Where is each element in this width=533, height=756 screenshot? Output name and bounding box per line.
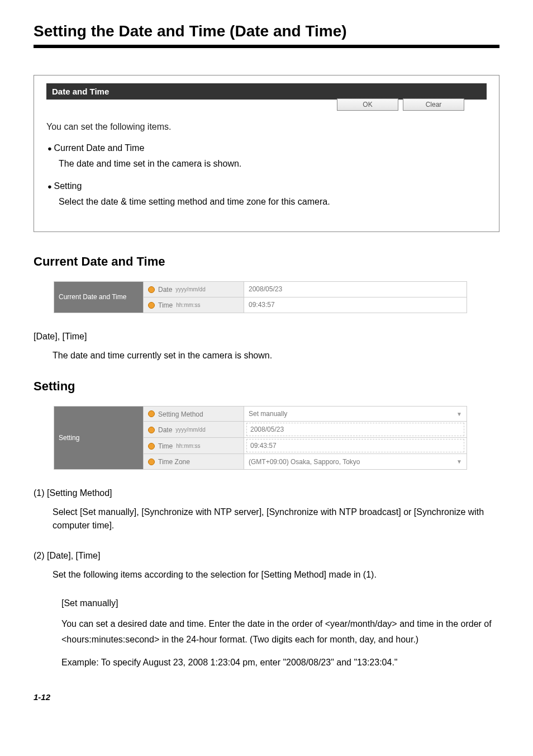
field-label-text: Time bbox=[158, 442, 173, 450]
field-label-text: Time bbox=[158, 301, 173, 309]
item-number: (1) bbox=[34, 488, 45, 498]
sub-title: [Set manually] bbox=[61, 598, 499, 608]
chevron-down-icon: ▼ bbox=[456, 459, 462, 465]
current-datetime-table: Current Date and Time Dateyyyy/mm/dd 200… bbox=[54, 281, 467, 313]
list-item: Current Date and Time The date and time … bbox=[47, 143, 487, 169]
field-label: Setting Method bbox=[144, 406, 244, 422]
field-label-text: Setting Method bbox=[158, 410, 203, 418]
box-button-row: OK Clear bbox=[46, 98, 487, 111]
info-icon bbox=[148, 459, 155, 465]
info-icon bbox=[148, 286, 155, 293]
info-icon bbox=[148, 302, 155, 309]
datetime-label: [Date], [Time] bbox=[34, 332, 87, 341]
input-value: 2008/05/23 bbox=[246, 423, 464, 436]
text: Set the following items according to the… bbox=[53, 570, 264, 579]
bullet-title: Setting bbox=[54, 181, 82, 191]
table-row: Setting Setting Method Set manually▼ bbox=[54, 406, 467, 422]
bullet-icon bbox=[47, 143, 54, 153]
field-hint: hh:mm:ss bbox=[176, 443, 200, 449]
info-icon bbox=[148, 410, 155, 417]
item-title: [Date], [Time] bbox=[47, 551, 100, 560]
text: ], [ bbox=[134, 507, 144, 517]
field-label: Time Zone bbox=[144, 454, 244, 470]
text-bold: Setting Method bbox=[264, 570, 324, 579]
section-heading-current: Current Date and Time bbox=[34, 254, 499, 269]
bullet-desc: Select the date & time setting method an… bbox=[47, 197, 487, 207]
sub-paragraph: Example: To specify August 23, 2008 1:23… bbox=[61, 655, 499, 670]
section-heading-setting: Setting bbox=[34, 379, 499, 394]
field-label-text: Date bbox=[158, 286, 172, 294]
text: ]. bbox=[109, 521, 114, 530]
item-1: (1) [Setting Method] Select [Set manuall… bbox=[34, 486, 499, 532]
set-manually-block: [Set manually] You can set a desired dat… bbox=[34, 598, 499, 670]
clear-button[interactable]: Clear bbox=[403, 98, 464, 111]
box-intro: You can set the following items. bbox=[46, 122, 487, 132]
text: Select [ bbox=[53, 507, 82, 517]
list-item: Setting Select the date & time setting m… bbox=[47, 181, 487, 207]
bullet-icon bbox=[47, 181, 54, 191]
bullet-title: Current Date and Time bbox=[54, 143, 144, 153]
datetime-desc: The date and time currently set in the c… bbox=[34, 349, 499, 362]
field-hint: yyyy/mm/dd bbox=[175, 286, 205, 292]
option: Set manually bbox=[82, 507, 134, 517]
bullet-desc: The date and time set in the camera is s… bbox=[47, 159, 487, 169]
text: ] made in (1). bbox=[324, 570, 377, 579]
field-label: Timehh:mm:ss bbox=[144, 297, 244, 313]
ok-button[interactable]: OK bbox=[337, 98, 398, 111]
field-label: Dateyyyy/mm/dd bbox=[144, 422, 244, 438]
text: ], [ bbox=[259, 507, 269, 517]
field-hint: hh:mm:ss bbox=[176, 302, 200, 308]
setting-table: Setting Setting Method Set manually▼ Dat… bbox=[54, 406, 467, 470]
setting-method-select[interactable]: Set manually▼ bbox=[244, 406, 467, 422]
item-2: (2) [Date], [Time] Set the following ite… bbox=[34, 549, 499, 582]
item-title: [Setting Method] bbox=[47, 488, 112, 498]
field-label-text: Date bbox=[158, 426, 172, 434]
field-label: Dateyyyy/mm/dd bbox=[144, 282, 244, 297]
text: ] or [ bbox=[398, 507, 416, 517]
page-number: 1-12 bbox=[34, 692, 499, 702]
datetime-explain: [Date], [Time] The date and time current… bbox=[34, 330, 499, 362]
item-desc: Set the following items according to the… bbox=[34, 568, 499, 582]
time-input[interactable]: 09:43:57 bbox=[244, 438, 467, 454]
option: Synchronize with NTP broadcast bbox=[269, 507, 398, 517]
row-header: Setting bbox=[54, 406, 144, 470]
chevron-down-icon: ▼ bbox=[456, 411, 462, 417]
item-desc: Select [Set manually], [Synchronize with… bbox=[34, 505, 499, 532]
option: Synchronize with NTP server bbox=[144, 507, 259, 517]
box-bullet-list: Current Date and Time The date and time … bbox=[46, 143, 487, 207]
sub-paragraph: You can set a desired date and time. Ent… bbox=[61, 616, 499, 646]
row-header: Current Date and Time bbox=[54, 282, 144, 313]
timezone-select[interactable]: (GMT+09:00) Osaka, Sapporo, Tokyo▼ bbox=[244, 454, 467, 470]
input-value: 09:43:57 bbox=[246, 439, 464, 452]
page-title: Setting the Date and Time (Date and Time… bbox=[34, 22, 499, 40]
select-value: (GMT+09:00) Osaka, Sapporo, Tokyo bbox=[249, 458, 360, 466]
title-rule bbox=[34, 45, 499, 48]
field-label-text: Time Zone bbox=[158, 458, 190, 466]
date-input[interactable]: 2008/05/23 bbox=[244, 422, 467, 438]
field-label: Timehh:mm:ss bbox=[144, 438, 244, 454]
info-icon bbox=[148, 443, 155, 450]
select-value: Set manually bbox=[249, 410, 287, 418]
info-icon bbox=[148, 427, 155, 433]
field-hint: yyyy/mm/dd bbox=[175, 427, 205, 433]
box-header: Date and Time bbox=[46, 83, 487, 100]
field-value: 09:43:57 bbox=[244, 297, 467, 313]
item-number: (2) bbox=[34, 551, 45, 560]
overview-box: Date and Time OK Clear You can set the f… bbox=[34, 75, 499, 232]
table-row: Current Date and Time Dateyyyy/mm/dd 200… bbox=[54, 282, 467, 297]
field-value: 2008/05/23 bbox=[244, 282, 467, 297]
